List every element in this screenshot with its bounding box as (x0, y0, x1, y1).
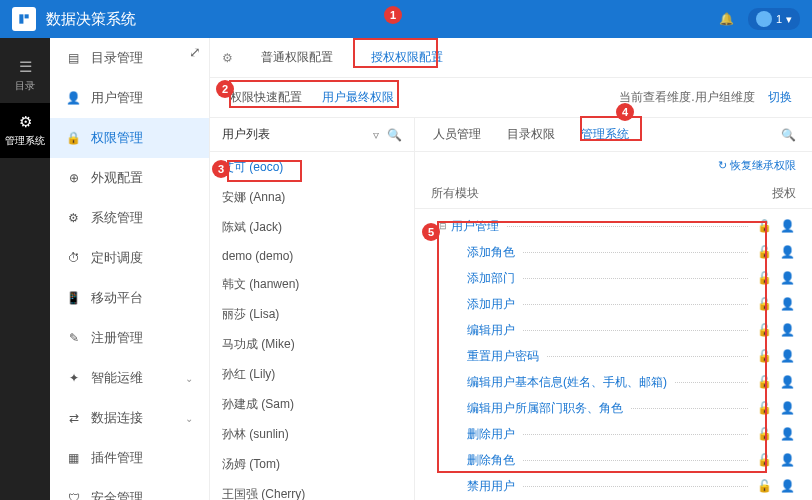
tree-row[interactable]: 删除用户🔓👤 (415, 421, 812, 447)
svg-rect-1 (25, 14, 29, 18)
user-menu[interactable]: 1 ▾ (748, 8, 800, 30)
nav-item-9[interactable]: ⇄数据连接⌄ (50, 398, 209, 438)
nav-item-4[interactable]: ⚙系统管理 (50, 198, 209, 238)
bell-icon[interactable]: 🔔 (719, 12, 734, 26)
lock-icon[interactable]: 🔓 (756, 219, 772, 233)
role-icon[interactable]: 👤 (778, 297, 796, 311)
perm-tab-people[interactable]: 人员管理 (431, 126, 483, 143)
user-item[interactable]: 陈斌 (Jack) (210, 212, 414, 242)
nav-item-5[interactable]: ⏱定时调度 (50, 238, 209, 278)
nav-icon: ⚙ (66, 211, 81, 225)
nav-item-0[interactable]: ▤目录管理 (50, 38, 209, 78)
user-item[interactable]: 丽莎 (Lisa) (210, 299, 414, 329)
restore-inherit-link[interactable]: ↻ 恢复继承权限 (415, 152, 812, 179)
user-item[interactable]: 安娜 (Anna) (210, 182, 414, 212)
lock-icon[interactable]: 🔓 (756, 401, 772, 415)
tab-auth-perm[interactable]: 授权权限配置 (361, 38, 453, 77)
mini-item-directory[interactable]: ☰ 目录 (0, 48, 50, 103)
chevron-down-icon: ⌄ (185, 413, 193, 424)
user-list-title: 用户列表 (222, 126, 365, 143)
role-icon[interactable]: 👤 (778, 453, 796, 467)
role-icon[interactable]: 👤 (778, 245, 796, 259)
list-icon: ☰ (0, 58, 50, 76)
nav-item-7[interactable]: ✎注册管理 (50, 318, 209, 358)
user-item[interactable]: 马功成 (Mike) (210, 329, 414, 359)
role-icon[interactable]: 👤 (778, 479, 796, 493)
nav-icon: ⊕ (66, 171, 81, 185)
tree-row[interactable]: 删除角色🔓👤 (415, 447, 812, 473)
lock-icon[interactable]: 🔓 (756, 479, 772, 493)
lock-icon[interactable]: 🔓 (756, 375, 772, 389)
nav-item-8[interactable]: ✦智能运维⌄ (50, 358, 209, 398)
lock-icon[interactable]: 🔓 (756, 427, 772, 441)
top-tabs: ⚙ 普通权限配置 授权权限配置 (210, 38, 812, 78)
tree-row[interactable]: 编辑用户🔓👤 (415, 317, 812, 343)
mini-item-system[interactable]: ⚙ 管理系统 (0, 103, 50, 158)
tree-row[interactable]: 编辑用户基本信息(姓名、手机、邮箱)🔓👤 (415, 369, 812, 395)
dimension-text: 当前查看维度.用户组维度 (619, 90, 754, 104)
user-item[interactable]: 孙建成 (Sam) (210, 389, 414, 419)
role-icon[interactable]: 👤 (778, 375, 796, 389)
tree-row[interactable]: 添加部门🔓👤 (415, 265, 812, 291)
collapse-icon[interactable]: ⊟ (439, 221, 451, 231)
nav-icon: ⇄ (66, 411, 81, 425)
subtab-final[interactable]: 用户最终权限 (322, 89, 394, 106)
nav-icon: ✦ (66, 371, 81, 385)
subtab-quick[interactable]: 权限快速配置 (230, 89, 302, 106)
lock-icon[interactable]: 🔓 (756, 245, 772, 259)
nav-item-2[interactable]: 🔒权限管理 (50, 118, 209, 158)
nav-item-6[interactable]: 📱移动平台 (50, 278, 209, 318)
role-icon[interactable]: 👤 (778, 271, 796, 285)
user-count: 1 (776, 13, 782, 25)
role-icon[interactable]: 👤 (778, 323, 796, 337)
svg-rect-0 (19, 14, 23, 23)
nav-item-3[interactable]: ⊕外观配置 (50, 158, 209, 198)
pin-icon[interactable]: ⤢ (189, 44, 201, 60)
nav-icon: 📱 (66, 291, 81, 305)
lock-icon[interactable]: 🔓 (756, 271, 772, 285)
nav-icon: ▦ (66, 451, 81, 465)
tree-row[interactable]: ⊟用户管理🔓👤 (415, 213, 812, 239)
search-icon[interactable]: 🔍 (387, 128, 402, 142)
switch-link[interactable]: 切换 (768, 90, 792, 104)
tree-row[interactable]: 编辑用户所属部门职务、角色🔓👤 (415, 395, 812, 421)
lock-icon[interactable]: 🔓 (756, 453, 772, 467)
lock-icon[interactable]: 🔓 (756, 323, 772, 337)
perm-tab-dir[interactable]: 目录权限 (505, 126, 557, 143)
user-item[interactable]: 汤姆 (Tom) (210, 449, 414, 479)
app-header: 数据决策系统 🔔 1 ▾ (0, 0, 812, 38)
gear-icon[interactable]: ⚙ (222, 51, 233, 65)
lock-icon[interactable]: 🔓 (756, 297, 772, 311)
role-icon[interactable]: 👤 (778, 349, 796, 363)
user-item[interactable]: 孙林 (sunlin) (210, 419, 414, 449)
nav-item-1[interactable]: 👤用户管理 (50, 78, 209, 118)
nav-item-10[interactable]: ▦插件管理 (50, 438, 209, 478)
nav-icon: 🔒 (66, 131, 81, 145)
perm-tab-system[interactable]: 管理系统 (579, 126, 631, 143)
role-icon[interactable]: 👤 (778, 427, 796, 441)
user-item[interactable]: demo (demo) (210, 242, 414, 269)
sub-tabs-bar: 权限快速配置 用户最终权限 当前查看维度.用户组维度 切换 (210, 78, 812, 118)
search-icon[interactable]: 🔍 (781, 128, 796, 142)
nav-icon: ▤ (66, 51, 81, 65)
tree-row[interactable]: 添加用户🔓👤 (415, 291, 812, 317)
user-item[interactable]: 韩文 (hanwen) (210, 269, 414, 299)
user-item[interactable]: 艾可 (eoco) (210, 152, 414, 182)
nav-icon: ⏱ (66, 251, 81, 265)
permission-panel: 人员管理 目录权限 管理系统 🔍 ↻ 恢复继承权限 所有模块 授权 ⊟用户管理🔓… (415, 118, 812, 500)
user-item[interactable]: 王国强 (Cherry) (210, 479, 414, 500)
app-logo (12, 7, 36, 31)
col-auth: 授权 (736, 185, 796, 202)
user-item[interactable]: 孙红 (Lily) (210, 359, 414, 389)
tree-row[interactable]: 添加角色🔓👤 (415, 239, 812, 265)
tab-normal-perm[interactable]: 普通权限配置 (251, 38, 343, 77)
lock-icon[interactable]: 🔓 (756, 349, 772, 363)
col-modules: 所有模块 (431, 185, 736, 202)
filter-icon[interactable]: ▿ (373, 128, 379, 142)
tree-row[interactable]: 重置用户密码🔓👤 (415, 343, 812, 369)
role-icon[interactable]: 👤 (778, 401, 796, 415)
nav-item-11[interactable]: 🛡安全管理 (50, 478, 209, 500)
role-icon[interactable]: 👤 (778, 219, 796, 233)
tree-row[interactable]: 禁用用户🔓👤 (415, 473, 812, 499)
main-area: ⚙ 普通权限配置 授权权限配置 权限快速配置 用户最终权限 当前查看维度.用户组… (210, 38, 812, 500)
